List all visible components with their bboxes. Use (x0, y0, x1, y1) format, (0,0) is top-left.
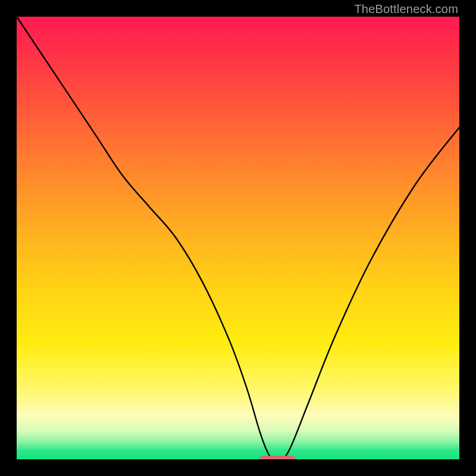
chart-frame: TheBottleneck.com (0, 0, 476, 476)
curve-layer (17, 17, 459, 459)
plot-area (17, 17, 459, 459)
bottleneck-curve (17, 17, 459, 459)
watermark-text: TheBottleneck.com (354, 2, 458, 16)
optimal-range-marker (260, 456, 296, 459)
